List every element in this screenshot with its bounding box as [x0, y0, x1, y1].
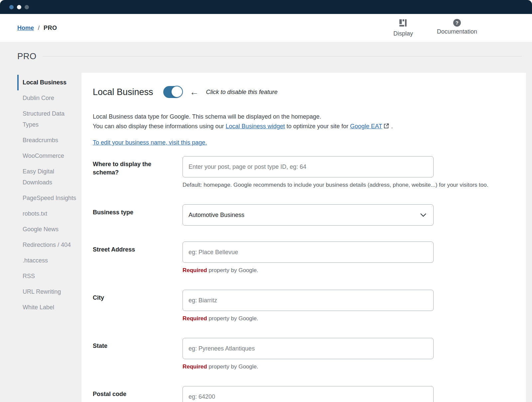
description-line2-mid: to optimize your site for	[285, 123, 350, 130]
city-input[interactable]	[183, 290, 434, 311]
help-icon: ?	[453, 19, 461, 27]
sidebar-item-easy-digital-downloads[interactable]: Easy Digital Downloads	[17, 164, 81, 190]
sidebar-item-breadcrumbs[interactable]: Breadcrumbs	[17, 133, 81, 148]
sidebar-item-structured-data-types[interactable]: Structured Data Types	[17, 106, 81, 133]
documentation-label: Documentation	[437, 28, 477, 35]
window-dot-white[interactable]	[17, 5, 21, 9]
where-to-display-the-schema-label: Where to display the schema?	[93, 156, 183, 188]
edit-business-name-row: To edit your business name, visit this p…	[93, 139, 513, 146]
form-row: Business type Automotive Business	[93, 204, 513, 226]
select-value: Automotive Business	[189, 212, 244, 219]
breadcrumb-current: PRO	[44, 25, 57, 32]
google-eat-link[interactable]: Google EAT	[350, 123, 382, 130]
window-titlebar	[0, 0, 532, 14]
street-address-label: Street Address	[93, 242, 183, 274]
sidebar-item-local-business[interactable]: Local Business	[17, 75, 81, 90]
sidebar-item-htaccess[interactable]: .htaccess	[17, 253, 81, 268]
top-bar: Home / PRO Display ? Documentation	[0, 14, 532, 42]
toggle-knob	[171, 86, 183, 98]
toggle-hint: Click to disable this feature	[206, 89, 278, 96]
form-row: State Required property by Google.	[93, 338, 513, 370]
form-row: Where to display the schema? Default: ho…	[93, 156, 513, 188]
feature-description: Local Business data type for Google. Thi…	[93, 112, 513, 132]
required-word: Required	[183, 267, 207, 273]
breadcrumb-home-link[interactable]: Home	[17, 25, 34, 32]
window-dot-blue[interactable]	[9, 5, 14, 9]
feature-title: Local Business	[93, 87, 153, 97]
required-rest: property by Google.	[207, 267, 258, 273]
required-rest: property by Google.	[207, 363, 258, 370]
breadcrumb-separator: /	[38, 25, 40, 32]
description-line2-pre: You can also display these informations …	[93, 123, 226, 130]
window-dot-gray[interactable]	[25, 5, 29, 9]
form-row: Postal code	[93, 386, 513, 402]
sidebar-item-white-label[interactable]: White Label	[17, 300, 81, 315]
left-arrow-icon: ←	[190, 87, 199, 97]
where-to-display-the-schema-input[interactable]	[183, 156, 434, 177]
business-type-label: Business type	[93, 204, 183, 226]
sidebar-item-url-rewriting[interactable]: URL Rewriting	[17, 284, 81, 300]
edit-business-name-link[interactable]: To edit your business name, visit this p…	[93, 139, 207, 146]
required-note: Required property by Google.	[183, 363, 513, 370]
sidebar-item-robots-txt[interactable]: robots.txt	[17, 206, 81, 222]
business-type-select[interactable]: Automotive Business	[183, 204, 434, 226]
documentation-button[interactable]: ? Documentation	[437, 19, 477, 37]
required-rest: property by Google.	[207, 315, 258, 322]
sidebar-item-google-news[interactable]: Google News	[17, 222, 81, 237]
sidebar-item-rss[interactable]: RSS	[17, 268, 81, 284]
top-actions: Display ? Documentation	[393, 19, 477, 37]
display-button[interactable]: Display	[393, 19, 413, 37]
local-business-toggle[interactable]	[163, 86, 182, 98]
required-note: Required property by Google.	[183, 315, 513, 322]
breadcrumb: Home / PRO	[17, 25, 57, 32]
page-title: PRO	[17, 51, 37, 61]
feature-header: Local Business ← Click to disable this f…	[93, 86, 513, 98]
state-input[interactable]	[183, 338, 434, 359]
field-help-text: Default: homepage. Google recommends to …	[183, 182, 513, 188]
local-business-widget-link[interactable]: Local Business widget	[226, 123, 285, 130]
state-label: State	[93, 338, 183, 370]
page-body: PRO Local BusinessDublin CoreStructured …	[0, 42, 532, 402]
local-business-form: Where to display the schema? Default: ho…	[93, 156, 513, 402]
external-link-icon	[383, 122, 389, 132]
sidebar-item-redirections-404[interactable]: Redirections / 404	[17, 237, 81, 253]
required-word: Required	[183, 363, 207, 370]
sidebar-item-woocommerce[interactable]: WooCommerce	[17, 148, 81, 164]
settings-sidebar: Local BusinessDublin CoreStructured Data…	[17, 73, 81, 315]
sidebar-item-pagespeed-insights[interactable]: PageSpeed Insights	[17, 190, 81, 206]
description-line1: Local Business data type for Google. Thi…	[93, 113, 321, 120]
display-label: Display	[393, 30, 413, 37]
description-line2-post: .	[391, 123, 393, 130]
postal-code-label: Postal code	[93, 386, 183, 402]
postal-code-input[interactable]	[183, 386, 434, 402]
layout-icon	[399, 19, 407, 29]
required-note: Required property by Google.	[183, 267, 513, 274]
city-label: City	[93, 290, 183, 322]
page-title-row: PRO	[17, 51, 532, 61]
street-address-input[interactable]	[183, 242, 434, 263]
form-row: Street Address Required property by Goog…	[93, 242, 513, 274]
required-word: Required	[183, 315, 207, 322]
local-business-panel: Local Business ← Click to disable this f…	[81, 73, 526, 402]
title-divider	[43, 56, 522, 56]
form-row: City Required property by Google.	[93, 290, 513, 322]
chevron-down-icon	[420, 212, 426, 219]
sidebar-item-dublin-core[interactable]: Dublin Core	[17, 90, 81, 106]
